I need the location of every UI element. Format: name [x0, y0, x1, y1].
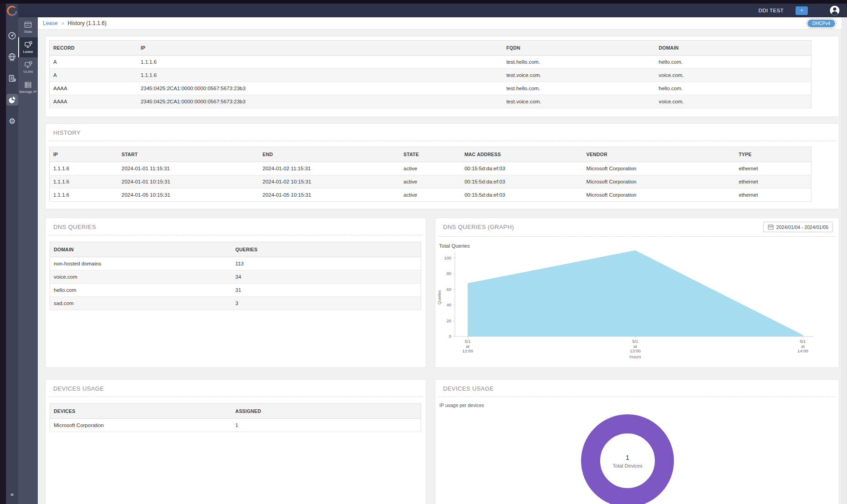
table-row: hello.com31: [50, 284, 421, 297]
table-cell: 1.1.1.6: [50, 188, 118, 202]
table-cell: non-hosted domains: [50, 257, 232, 270]
records-table: RECORDIPFQDNDOMAINA1.1.1.6test.hello.com…: [49, 40, 811, 108]
table-cell: test.hello.com.: [503, 82, 655, 95]
svg-text:5/1: 5/1: [464, 339, 470, 344]
app-logo: [6, 5, 18, 17]
pie-chart-icon: [8, 96, 16, 104]
table-cell: A: [50, 69, 137, 82]
dns-queries-card: DNS QUERIES DOMAINQUERIESnon-hosted doma…: [45, 218, 426, 368]
table-cell: 2345:0425:2CA1:0000:0000:0567:5673:23b3: [137, 95, 503, 108]
user-avatar-icon[interactable]: [830, 5, 840, 15]
table-cell: 2024-01-02 11:15:31: [259, 162, 400, 175]
table-row: Microsoft Corporation1: [50, 419, 421, 432]
main-area: Lease > History (1.1.1.6) DHCPv4 RECORDI…: [38, 17, 842, 504]
table-cell: ethernet: [735, 175, 811, 188]
column-header: IP: [137, 41, 503, 56]
table-cell: A: [50, 56, 137, 69]
gauge-icon: [8, 31, 16, 40]
table-cell: Microsoft Corporation: [583, 162, 735, 175]
history-section-title: HISTORY: [49, 124, 836, 141]
column-header: MAC ADDRESS: [461, 147, 583, 162]
dhcp-version-badge[interactable]: DHCPv4: [807, 20, 835, 27]
table-cell: voice.com.: [655, 95, 811, 108]
table-row: 1.1.1.62024-01-05 10:15:312024-01-05 10:…: [50, 188, 811, 202]
sidebar-item-lease[interactable]: Lease: [18, 37, 38, 57]
breadcrumb-separator: >: [61, 21, 64, 26]
table-cell: test.hello.com.: [503, 56, 655, 69]
sidebar-item-vlan[interactable]: VLAN: [18, 57, 38, 77]
svg-text:DNS: DNS: [10, 59, 15, 61]
rail-item-dns[interactable]: DNS: [6, 51, 18, 63]
table-cell: ethernet: [735, 188, 811, 202]
table-cell: test.voice.com.: [503, 95, 655, 108]
rail-item-reports[interactable]: [6, 72, 18, 84]
breadcrumb-lease-link[interactable]: Lease: [43, 20, 58, 26]
svg-text:Queries: Queries: [437, 290, 442, 305]
report-doc-icon: [8, 74, 16, 83]
table-row: 1.1.1.62024-01-01 11:15:312024-01-02 11:…: [50, 162, 811, 175]
rail-item-analytics[interactable]: [6, 94, 18, 106]
svg-text:at: at: [466, 344, 469, 349]
dns-globe-icon: DNS: [8, 53, 16, 61]
devices-usage-table: DEVICESASSIGNEDMicrosoft Corporation1: [50, 403, 421, 432]
table-cell: Microsoft Corporation: [50, 419, 232, 432]
table-cell: voice.com.: [655, 69, 811, 82]
column-header: ASSIGNED: [232, 404, 421, 419]
svg-text:40: 40: [446, 302, 451, 307]
dns-graph-section-title: DNS QUERIES (GRAPH): [443, 224, 763, 230]
table-cell: 3: [232, 297, 421, 310]
page-title: History (1.1.1.6): [68, 20, 107, 26]
column-header: IP: [50, 147, 118, 162]
column-header: START: [118, 147, 259, 162]
icon-rail: DNS ⚙ «: [6, 0, 18, 504]
scrollbar-track[interactable]: [842, 17, 847, 504]
column-header: VENDOR: [583, 147, 735, 162]
rail-item-settings[interactable]: ⚙: [6, 115, 18, 127]
svg-text:0: 0: [449, 334, 451, 339]
add-button[interactable]: +: [796, 6, 808, 15]
table-cell: AAAA: [50, 95, 137, 108]
table-row: non-hosted domains113: [50, 257, 421, 270]
svg-text:at: at: [801, 344, 805, 349]
sidebar-collapse-button[interactable]: «: [6, 491, 18, 498]
devices-graph-card: DEVICES USAGE IP usage per devices 1 Tot…: [435, 379, 839, 504]
table-cell: 2024-01-05 10:15:31: [118, 188, 259, 202]
table-cell: Microsoft Corporation: [583, 188, 735, 202]
outer-rail: [0, 0, 6, 504]
table-cell: 2024-01-02 10:15:31: [259, 175, 400, 188]
gear-icon: ⚙: [9, 117, 15, 125]
rail-item-dashboard[interactable]: [6, 30, 18, 41]
table-cell: active: [400, 175, 461, 188]
table-cell: ethernet: [735, 162, 811, 175]
table-row: AAAA2345:0425:2CA1:0000:0000:0567:5673:2…: [50, 82, 811, 95]
column-header: FQDN: [503, 41, 655, 56]
history-card: HISTORY IPSTARTENDSTATEMAC ADDRESSVENDOR…: [45, 123, 839, 209]
table-cell: 1.1.1.6: [137, 69, 503, 82]
table-cell: 00:15:5d:da:ef:03: [461, 162, 583, 175]
table-cell: AAAA: [50, 82, 137, 95]
top-navbar: DDI TEST +: [18, 4, 847, 17]
table-row: sad.com3: [50, 297, 421, 310]
svg-text:12:00: 12:00: [462, 348, 473, 353]
column-header: TYPE: [735, 147, 811, 162]
vlan-monitor-icon: [24, 61, 32, 68]
svg-text:at: at: [633, 344, 637, 349]
svg-text:Hours: Hours: [629, 354, 641, 359]
svg-text:13:00: 13:00: [630, 348, 641, 353]
svg-text:5/1: 5/1: [800, 339, 806, 344]
table-cell: sad.com: [50, 297, 232, 310]
table-cell: 2345:0425:2CA1:0000:0000:0567:5673:23b3: [137, 82, 503, 95]
table-cell: active: [400, 188, 461, 202]
date-range-picker[interactable]: 2024/01/04 - 2024/01/05: [763, 222, 833, 232]
table-cell: 34: [232, 270, 421, 284]
dns-queries-section-title: DNS QUERIES: [49, 218, 423, 235]
table-cell: 2024-01-01 10:15:31: [118, 175, 259, 188]
table-row: 1.1.1.62024-01-01 10:15:312024-01-02 10:…: [50, 175, 811, 188]
sidebar-item-stats[interactable]: Stats: [18, 17, 38, 37]
svg-text:14:00: 14:00: [797, 348, 808, 353]
module-sidebar: Stats Lease VLAN Manage IP: [18, 17, 38, 504]
table-cell: hello.com: [50, 284, 232, 297]
date-range-value: 2024/01/04 - 2024/01/05: [776, 224, 828, 230]
sidebar-item-manage-ip[interactable]: Manage IP: [18, 77, 38, 97]
devices-graph-section-title: DEVICES USAGE: [439, 380, 836, 397]
